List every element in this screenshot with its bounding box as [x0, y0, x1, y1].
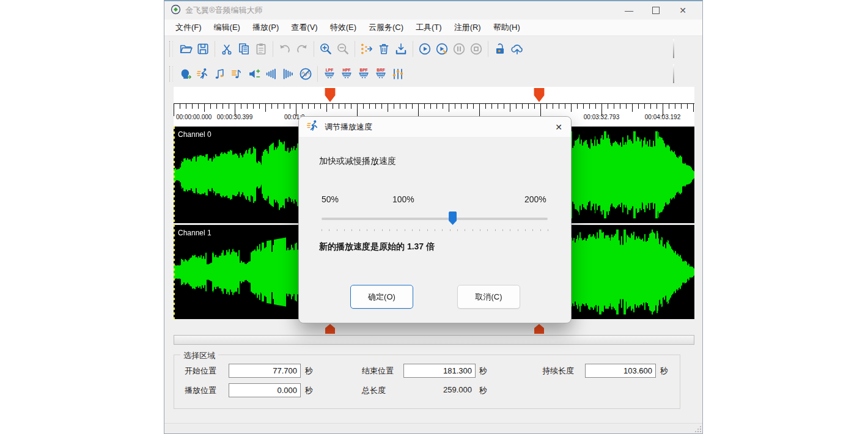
- ruler-tick: [375, 104, 376, 109]
- menu-item-c[interactable]: 云服务(C): [362, 20, 410, 35]
- end-position-input[interactable]: [403, 364, 476, 378]
- voice-change-button[interactable]: [177, 65, 194, 83]
- stop-button[interactable]: [468, 40, 485, 58]
- play-position-input[interactable]: [229, 383, 301, 397]
- filter-lpf-button[interactable]: LPF: [321, 65, 338, 83]
- menu-item-h[interactable]: 帮助(H): [487, 20, 526, 35]
- ruler-tick: [608, 104, 608, 109]
- ok-button[interactable]: 确定(O): [350, 285, 413, 309]
- ruler-tick: [241, 104, 241, 109]
- dialog-title-bar[interactable]: 调节播放速度: [299, 117, 571, 138]
- paste-button[interactable]: [252, 40, 270, 58]
- import-audio-button[interactable]: [392, 40, 410, 58]
- total-length-label: 总长度: [362, 385, 386, 396]
- copy-button[interactable]: [235, 40, 252, 58]
- horizontal-scrollbar[interactable]: [174, 335, 694, 345]
- delete-button[interactable]: [375, 40, 392, 58]
- minimize-button[interactable]: —: [616, 2, 642, 19]
- cloud-upload-button[interactable]: [509, 40, 526, 58]
- play-button[interactable]: [416, 40, 433, 58]
- undo-button[interactable]: [276, 40, 293, 58]
- slider-tick: [442, 229, 443, 231]
- slider-tick: [382, 229, 383, 231]
- equalizer-button[interactable]: [389, 65, 406, 83]
- ruler-tick: [479, 104, 480, 116]
- dialog-title: 调节播放速度: [325, 122, 372, 133]
- volume-button[interactable]: [246, 65, 263, 83]
- slider-tick: [548, 229, 548, 231]
- play-unit-label: 秒: [305, 385, 313, 396]
- toolbar-grip[interactable]: [169, 66, 173, 82]
- menu-item-e[interactable]: 特效(E): [324, 20, 362, 35]
- menu-item-r[interactable]: 注册(R): [448, 20, 487, 35]
- speed-button[interactable]: [194, 65, 211, 83]
- slider-tick: [322, 229, 322, 231]
- selection-end-marker[interactable]: [533, 88, 545, 102]
- fade-in-button[interactable]: [263, 65, 280, 83]
- pitch-button[interactable]: [211, 65, 229, 83]
- pause-button[interactable]: [451, 40, 468, 58]
- cut-button[interactable]: [218, 40, 235, 58]
- slider-tick: [495, 229, 496, 231]
- speed-result-text: 新的播放速度是原始的 1.37 倍: [319, 241, 435, 252]
- ruler-tick: [210, 104, 211, 109]
- start-position-input[interactable]: [229, 364, 301, 378]
- ruler-tick: [351, 104, 351, 109]
- slider-tick: [450, 229, 451, 231]
- filter-bpf-button[interactable]: BPF: [355, 65, 372, 83]
- selection-start-marker-bottom[interactable]: [325, 324, 335, 334]
- duration-unit-label: 秒: [660, 366, 668, 377]
- fade-out-button[interactable]: [280, 65, 297, 83]
- slider-tick: [405, 229, 405, 231]
- slider-tick: [344, 229, 345, 231]
- tempo-button[interactable]: [229, 65, 246, 83]
- denoise-button[interactable]: [297, 65, 314, 83]
- ruler-tick: [626, 104, 627, 109]
- toolbar-grip[interactable]: [169, 41, 173, 57]
- menu-item-t[interactable]: 工具(T): [410, 20, 448, 35]
- ruler-tick: [504, 104, 504, 109]
- slider-tick: [412, 229, 413, 231]
- ruler-tick: [681, 104, 682, 109]
- window-title: 金飞翼®音频编辑大师: [185, 5, 263, 16]
- maximize-button[interactable]: [642, 2, 669, 19]
- play-selection-button[interactable]: [433, 40, 451, 58]
- ruler-tick: [400, 104, 400, 109]
- speed-slider-track[interactable]: [322, 218, 548, 220]
- speed-slider-thumb[interactable]: [449, 211, 457, 225]
- close-button[interactable]: ✕: [669, 2, 696, 19]
- ruler-tick: [638, 104, 639, 109]
- ruler-tick: [559, 104, 559, 109]
- filter-hpf-button[interactable]: HPF: [338, 65, 355, 83]
- selection-end-marker-bottom[interactable]: [534, 324, 544, 334]
- cancel-button[interactable]: 取消(C): [457, 285, 520, 309]
- selection-start-marker[interactable]: [324, 88, 336, 102]
- lock-button[interactable]: [491, 40, 509, 58]
- toolbar-right-grip: [673, 39, 674, 58]
- toolbar-separator: [215, 41, 215, 57]
- redo-button[interactable]: [293, 40, 311, 58]
- menu-item-v[interactable]: 查看(V): [285, 20, 323, 35]
- menu-item-e[interactable]: 编辑(E): [208, 20, 246, 35]
- zoom-out-button[interactable]: [334, 40, 351, 58]
- ruler-time-label: 00:00:30.399: [217, 114, 252, 120]
- ruler-tick: [449, 104, 449, 112]
- save-file-button[interactable]: [194, 40, 211, 58]
- slider-tick: [502, 229, 503, 231]
- ruler-tick: [357, 104, 358, 116]
- mix-button[interactable]: [358, 40, 375, 58]
- ruler-tick: [174, 104, 174, 116]
- dialog-close-button[interactable]: ✕: [553, 121, 565, 133]
- filter-brf-button[interactable]: BRF: [372, 65, 389, 83]
- duration-input[interactable]: [585, 364, 656, 378]
- resize-grip[interactable]: [694, 425, 701, 432]
- ruler-tick: [657, 104, 657, 109]
- app-window: 金飞翼®音频编辑大师 — ✕ 文件(F)编辑(E)播放(P)查看(V)特效(E)…: [164, 0, 703, 434]
- menu-item-f[interactable]: 文件(F): [169, 20, 208, 35]
- selection-panel-title: 选择区域: [180, 350, 218, 361]
- slider-tick: [367, 229, 367, 231]
- open-file-button[interactable]: [177, 40, 194, 58]
- menu-item-p[interactable]: 播放(P): [246, 20, 285, 35]
- ruler-tick: [247, 104, 248, 109]
- zoom-in-button[interactable]: [317, 40, 334, 58]
